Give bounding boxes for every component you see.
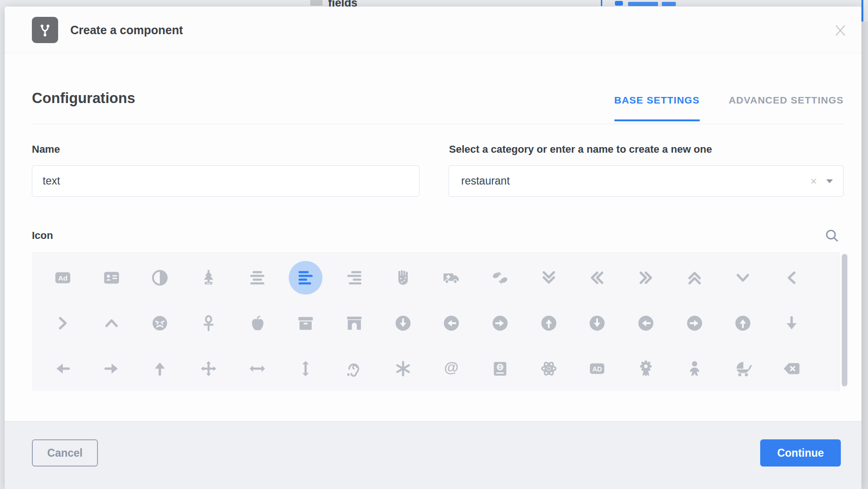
angle-right-icon[interactable] (38, 300, 87, 346)
close-icon[interactable] (833, 23, 847, 37)
at-icon[interactable]: @ (427, 346, 476, 391)
ambulance-icon[interactable] (427, 255, 476, 300)
align-center-icon[interactable] (233, 255, 282, 300)
ankh-icon[interactable] (184, 300, 233, 346)
search-icon[interactable] (824, 228, 840, 244)
american-sign-language-interpreting-icon[interactable] (476, 255, 524, 300)
background-blue-divider (601, 0, 602, 6)
air-freshener-icon[interactable] (184, 255, 233, 300)
chevron-down-icon[interactable] (826, 179, 833, 183)
arrow-alt-circle-left-icon[interactable] (427, 300, 476, 346)
angry-icon[interactable] (135, 300, 184, 346)
angle-down-icon[interactable] (719, 255, 768, 300)
arrow-circle-right-icon[interactable] (670, 300, 719, 346)
apple-alt-icon[interactable] (233, 300, 282, 346)
icon-grid-scrollbar-thumb[interactable] (842, 254, 847, 386)
angle-double-right-icon[interactable] (621, 255, 670, 300)
background-scrollbar-fragment (310, 0, 322, 6)
align-right-icon[interactable] (330, 255, 379, 300)
name-input[interactable] (32, 165, 419, 197)
icon-grid-scrollbar (839, 252, 849, 391)
settings-tabs: BASE SETTINGSADVANCED SETTINGS (614, 95, 844, 120)
arrows-alt-icon[interactable] (184, 346, 233, 391)
background-blue-icon (615, 1, 623, 6)
modal-footer: Cancel Continue (5, 421, 861, 489)
selected-icon-highlight (289, 261, 322, 295)
asterisk-icon[interactable] (379, 346, 427, 391)
continue-button[interactable]: Continue (760, 439, 841, 467)
backspace-icon[interactable] (767, 346, 816, 391)
archway-icon[interactable] (330, 300, 379, 346)
svg-text:Ad: Ad (58, 274, 67, 282)
baby-icon[interactable] (670, 346, 719, 391)
arrow-circle-left-icon[interactable] (621, 300, 670, 346)
atlas-icon[interactable] (476, 346, 524, 391)
clear-selection-icon[interactable]: × (806, 176, 822, 187)
tab-base-settings[interactable]: BASE SETTINGS (614, 95, 700, 120)
background-partial-text: fields (328, 0, 358, 7)
angle-left-icon[interactable] (767, 255, 816, 300)
title-divider (32, 124, 844, 124)
arrow-left-icon[interactable] (38, 346, 87, 391)
angle-double-up-icon[interactable] (670, 255, 719, 300)
arrow-up-icon[interactable] (135, 346, 184, 391)
atom-icon[interactable] (524, 346, 573, 391)
component-branch-icon (32, 17, 58, 43)
background-right-band (861, 22, 868, 489)
angle-double-down-icon[interactable] (524, 255, 573, 300)
name-label: Name (32, 143, 60, 156)
address-card-icon[interactable] (87, 255, 136, 300)
arrow-alt-circle-up-icon[interactable] (524, 300, 573, 346)
cancel-button[interactable]: Cancel (32, 439, 98, 467)
arrow-circle-down-icon[interactable] (573, 300, 622, 346)
align-left-icon[interactable] (281, 255, 330, 300)
arrow-circle-up-icon[interactable] (719, 300, 768, 346)
icon-picker-grid: Ad@AD (32, 252, 849, 391)
arrow-alt-circle-right-icon[interactable] (476, 300, 524, 346)
background-blue-text-fragment (662, 2, 676, 6)
arrow-down-icon[interactable] (767, 300, 816, 346)
arrows-alt-v-icon[interactable] (281, 346, 330, 391)
category-selected-value: restaurant (461, 175, 806, 187)
adjust-icon[interactable] (135, 255, 184, 300)
allergies-icon[interactable] (379, 255, 427, 300)
tab-advanced-settings[interactable]: ADVANCED SETTINGS (729, 95, 844, 120)
award-icon[interactable] (621, 346, 670, 391)
angle-double-left-icon[interactable] (573, 255, 622, 300)
create-component-modal: Create a component Configurations BASE S… (5, 7, 861, 489)
category-select[interactable]: restaurant × (449, 165, 844, 197)
modal-title: Create a component (70, 7, 183, 53)
arrow-alt-circle-down-icon[interactable] (379, 300, 427, 346)
svg-text:AD: AD (592, 365, 602, 372)
arrows-alt-h-icon[interactable] (233, 346, 282, 391)
svg-text:@: @ (444, 359, 459, 376)
assistive-listening-systems-icon[interactable] (330, 346, 379, 391)
arrow-right-icon[interactable] (87, 346, 136, 391)
baby-carriage-icon[interactable] (719, 346, 768, 391)
modal-header: Create a component (5, 7, 861, 53)
category-label: Select a category or enter a name to cre… (449, 143, 712, 156)
page-title: Configurations (32, 90, 135, 107)
angle-up-icon[interactable] (87, 300, 136, 346)
audio-description-icon[interactable]: AD (573, 346, 622, 391)
icon-picker-label: Icon (32, 230, 53, 242)
ad-icon[interactable]: Ad (38, 255, 87, 300)
archive-icon[interactable] (281, 300, 330, 346)
background-blue-text-fragment (628, 2, 658, 6)
background-blue-edge-line (861, 0, 863, 22)
